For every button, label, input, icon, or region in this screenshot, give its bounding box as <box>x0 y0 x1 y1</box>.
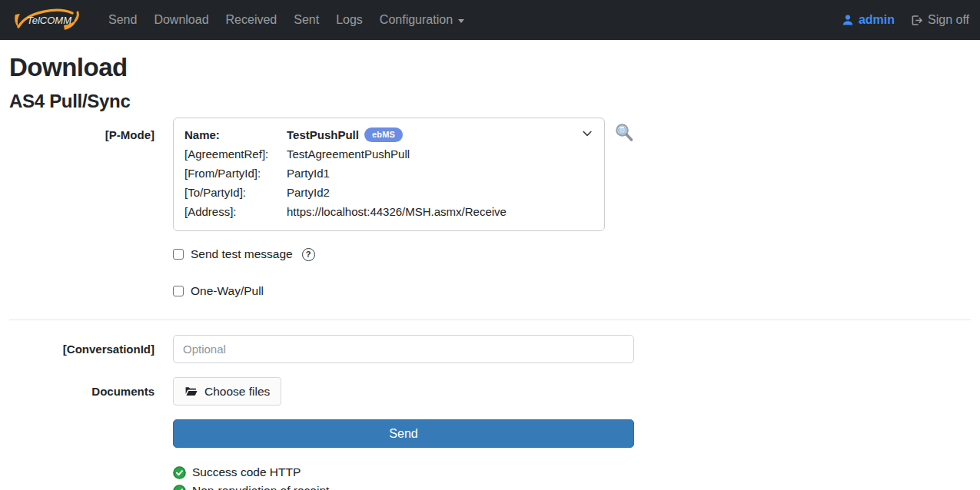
sign-off-label: Sign off <box>928 13 969 27</box>
check-circle-icon <box>173 485 186 490</box>
nav-item-send[interactable]: Send <box>101 7 144 33</box>
chevron-down-icon <box>458 19 464 23</box>
nav-item-send-label: Send <box>108 13 137 27</box>
pmode-value-to-partyid: PartyId2 <box>287 184 593 202</box>
nav-item-sent[interactable]: Sent <box>287 7 326 33</box>
pmode-select[interactable]: Name: TestPushPullebMS [AgreementRef]: T… <box>173 118 605 231</box>
non-repudiation-label: Non-repudiation of receipt <box>192 482 329 490</box>
pmode-key-to-partyid: [To/PartyId]: <box>184 184 287 202</box>
download-form: [P-Mode] Name: TestPushPullebMS [Agreeme… <box>9 118 971 490</box>
navbar-right: admin Sign off <box>842 13 969 27</box>
ebms-badge: ebMS <box>364 127 403 142</box>
success-code-http-row: Success code HTTP <box>173 463 971 482</box>
documents-label: Documents <box>9 385 154 398</box>
nav-item-download-label: Download <box>154 13 208 27</box>
send-button[interactable]: Send <box>173 419 634 448</box>
conversation-id-label: [ConversationId] <box>9 343 154 356</box>
choose-files-button[interactable]: Choose files <box>173 377 281 406</box>
pmode-name-text: TestPushPull <box>287 128 359 141</box>
telcomm-logo-icon: TelCOMM <box>11 4 81 36</box>
send-test-message-row: Send test message ? <box>173 247 971 261</box>
success-code-http-label: Success code HTTP <box>192 463 301 482</box>
one-way-pull-row: One-Way/Pull <box>173 284 971 298</box>
pmode-label: [P-Mode] <box>9 118 154 231</box>
pmode-value-agreementref: TestAgreementPushPull <box>287 145 593 164</box>
send-row: Send <box>9 419 971 448</box>
nav-item-sent-label: Sent <box>294 13 319 27</box>
nav-item-received[interactable]: Received <box>219 7 284 33</box>
nav-item-download[interactable]: Download <box>147 7 215 33</box>
nav-item-received-label: Received <box>226 13 277 27</box>
sign-off-button[interactable]: Sign off <box>910 13 969 27</box>
pmode-value-address: https://localhost:44326/MSH.asmx/Receive <box>287 203 593 221</box>
main-content: Download AS4 Pull/Sync [P-Mode] Name: Te… <box>0 53 980 490</box>
nav-item-logs-label: Logs <box>336 13 363 27</box>
pmode-details: Name: TestPushPullebMS [AgreementRef]: T… <box>184 126 593 221</box>
pmode-key-from-partyid: [From/PartyId]: <box>184 164 287 183</box>
pmode-row: [P-Mode] Name: TestPushPullebMS [Agreeme… <box>9 118 971 231</box>
nav-item-logs[interactable]: Logs <box>329 7 370 33</box>
send-test-message-label[interactable]: Send test message <box>191 247 293 261</box>
navbar: TelCOMM Send Download Received Sent Logs… <box>0 0 980 40</box>
conversation-id-row: [ConversationId] <box>9 335 971 363</box>
user-menu[interactable]: admin <box>842 13 895 27</box>
pmode-key-name: Name: <box>184 126 287 144</box>
pmode-value-name: TestPushPullebMS <box>287 126 593 144</box>
nav-item-configuration-label: Configuration <box>380 13 453 27</box>
non-repudiation-row: Non-repudiation of receipt <box>173 482 971 490</box>
search-icon[interactable] <box>614 122 634 144</box>
pmode-value-from-partyid: PartyId1 <box>287 164 593 183</box>
brand-logo[interactable]: TelCOMM <box>11 4 81 36</box>
check-circle-icon <box>173 466 186 479</box>
person-icon <box>842 14 854 26</box>
pmode-key-agreementref: [AgreementRef]: <box>184 145 287 164</box>
conversation-id-input[interactable] <box>173 335 634 363</box>
page-subtitle: AS4 Pull/Sync <box>9 91 971 112</box>
choose-files-label: Choose files <box>204 385 270 399</box>
documents-row: Documents Choose files <box>9 377 971 406</box>
one-way-pull-checkbox[interactable] <box>173 286 184 296</box>
nav-item-configuration[interactable]: Configuration <box>373 7 471 33</box>
send-test-message-checkbox[interactable] <box>173 249 184 260</box>
page-title: Download <box>9 53 971 82</box>
nav-links: Send Download Received Sent Logs Configu… <box>101 7 842 33</box>
username-text: admin <box>859 13 895 27</box>
section-divider <box>9 319 971 320</box>
one-way-pull-label[interactable]: One-Way/Pull <box>191 284 264 298</box>
chevron-down-icon <box>581 127 593 140</box>
folder-open-icon <box>184 386 198 397</box>
sign-out-icon <box>910 14 923 27</box>
receipt-options: Success code HTTP Non-repudiation of rec… <box>173 463 971 490</box>
pmode-key-address: [Address]: <box>184 203 287 221</box>
brand-text: TelCOMM <box>27 15 71 26</box>
help-icon[interactable]: ? <box>302 248 315 261</box>
